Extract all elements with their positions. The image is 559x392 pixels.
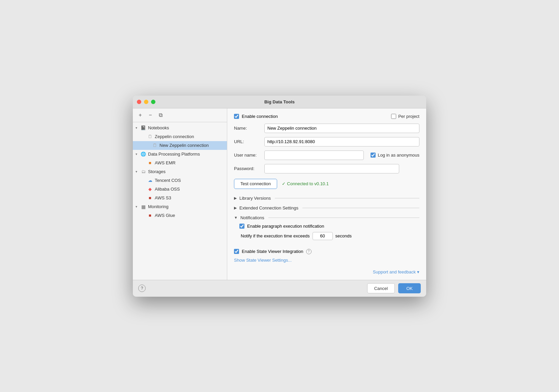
remove-button[interactable]: − <box>146 111 154 119</box>
aws-emr-icon: ■ <box>147 160 153 166</box>
new-zeppelin-icon: 🗒 <box>152 142 158 149</box>
alibaba-icon: ◆ <box>147 186 153 192</box>
name-row: Name: <box>234 124 419 133</box>
username-row: User name: Log in as anonymous <box>234 151 419 160</box>
tencent-icon: ☁ <box>147 177 153 184</box>
extended-chevron-icon[interactable]: ▶ <box>234 206 237 210</box>
state-viewer-help-icon[interactable]: ? <box>306 249 312 254</box>
support-feedback-link[interactable]: Support and feedback ▾ <box>373 269 419 274</box>
sidebar-item-zeppelin-connection[interactable]: 🗒 Zeppelin connection <box>133 132 227 141</box>
monitoring-icon: ▦ <box>140 204 146 210</box>
data-processing-icon: 🌐 <box>140 151 146 157</box>
sidebar-item-label: New Zeppelin connection <box>159 143 209 148</box>
password-label: Password: <box>234 166 264 171</box>
extended-connection-section: ▶ Extended Connection Settings <box>234 205 419 210</box>
show-state-viewer-link[interactable]: Show State Viewer Settings... <box>234 258 419 263</box>
name-label: Name: <box>234 126 264 131</box>
zeppelin-icon: 🗒 <box>147 134 153 140</box>
window-title: Big Data Tools <box>264 99 295 104</box>
state-viewer-row: Enable State Viewer Integration ? <box>234 249 419 254</box>
aws-glue-icon: ■ <box>147 213 153 219</box>
library-versions-label: Library Versions <box>239 196 271 201</box>
anon-label: Log in as anonymous <box>371 153 419 158</box>
sidebar-item-aws-glue[interactable]: ■ AWS Glue <box>133 211 227 220</box>
password-input[interactable] <box>264 164 399 173</box>
sidebar-item-notebooks[interactable]: ▾ 📓 Notebooks <box>133 124 227 132</box>
footer-right: Cancel OK <box>367 283 421 293</box>
test-connection-button[interactable]: Test connection <box>234 179 277 189</box>
sidebar-item-monitoring[interactable]: ▾ ▦ Monitoring <box>133 202 227 211</box>
sidebar-item-label: Tencent COS <box>155 178 181 183</box>
sidebar-item-label: Storages <box>148 169 166 174</box>
sidebar-item-alibaba[interactable]: ◆ Alibaba OSS <box>133 185 227 194</box>
titlebar: Big Data Tools <box>133 96 426 108</box>
sidebar-item-storages[interactable]: ▾ 🗂 Storages <box>133 167 227 176</box>
anon-checkbox[interactable] <box>371 153 376 158</box>
sidebar-toolbar: + − ⧉ <box>133 108 227 122</box>
chevron-icon: ▾ <box>136 205 140 208</box>
enable-paragraph-row: Enable paragraph execution notification <box>239 224 419 229</box>
enable-left: Enable connection <box>234 114 278 119</box>
ok-button[interactable]: OK <box>398 283 421 293</box>
sidebar-item-label: AWS Glue <box>155 213 175 218</box>
notify-time-label: Notify if the execution time exceeds <box>241 233 310 238</box>
per-project-label: Per project <box>398 114 419 119</box>
sidebar-item-label: Notebooks <box>148 125 169 130</box>
url-input[interactable] <box>264 137 419 146</box>
notifications-label: Notifications <box>240 215 264 220</box>
copy-button[interactable]: ⧉ <box>156 111 165 119</box>
support-feedback-arrow-icon: ▾ <box>417 269 419 274</box>
notifications-chevron-icon[interactable]: ▼ <box>234 216 238 220</box>
username-input[interactable] <box>264 151 364 160</box>
library-chevron-icon[interactable]: ▶ <box>234 196 237 200</box>
sidebar: + − ⧉ ▾ 📓 Notebooks 🗒 Zeppelin connectio… <box>133 108 227 280</box>
sidebar-item-label: AWS EMR <box>155 160 176 165</box>
name-input[interactable] <box>264 124 419 133</box>
url-row: URL: <box>234 137 419 146</box>
storages-icon: 🗂 <box>140 169 146 175</box>
enable-connection-label: Enable connection <box>242 114 278 119</box>
support-feedback-label: Support and feedback <box>373 269 416 274</box>
notify-time-input[interactable] <box>313 232 333 240</box>
footer-left: ? <box>138 285 146 292</box>
state-viewer-label: Enable State Viewer Integration <box>242 249 303 254</box>
url-label: URL: <box>234 139 264 144</box>
sidebar-item-label: Monitoring <box>148 204 169 209</box>
minimize-button[interactable] <box>144 100 148 104</box>
enable-paragraph-checkbox[interactable] <box>239 224 244 229</box>
sidebar-item-tencent[interactable]: ☁ Tencent COS <box>133 176 227 185</box>
sidebar-item-data-processing[interactable]: ▾ 🌐 Data Processing Platforms <box>133 150 227 159</box>
notify-seconds-label: seconds <box>335 233 352 238</box>
main-panel: Enable connection Per project Name: URL:… <box>227 108 426 280</box>
notifications-content: Enable paragraph execution notification … <box>234 224 419 240</box>
notifications-header: ▼ Notifications <box>234 215 419 220</box>
test-connection-row: Test connection ✓Connected to v0.10.1 <box>234 179 419 189</box>
password-row: Password: <box>234 164 419 173</box>
notifications-divider-line <box>268 218 419 218</box>
sidebar-item-new-zeppelin-connection[interactable]: 🗒 New Zeppelin connection <box>133 141 227 150</box>
notify-time-row: Notify if the execution time exceeds sec… <box>239 232 419 240</box>
chevron-icon: ▾ <box>136 152 140 156</box>
enable-paragraph-label: Enable paragraph execution notification <box>247 224 324 229</box>
cancel-button[interactable]: Cancel <box>367 283 395 293</box>
chevron-icon: ▾ <box>136 170 140 173</box>
per-project-checkbox[interactable] <box>391 114 396 119</box>
content-area: + − ⧉ ▾ 📓 Notebooks 🗒 Zeppelin connectio… <box>133 108 426 280</box>
sidebar-item-label: Data Processing Platforms <box>148 152 200 157</box>
anon-text: Log in as anonymous <box>378 153 419 158</box>
footer: ? Cancel OK <box>133 280 426 297</box>
aws-s3-icon: ■ <box>147 195 153 201</box>
sidebar-item-aws-s3[interactable]: ■ AWS S3 <box>133 194 227 202</box>
help-button[interactable]: ? <box>138 285 146 292</box>
sidebar-item-label: AWS S3 <box>155 195 171 200</box>
chevron-icon: ▾ <box>136 126 140 130</box>
enable-right: Per project <box>391 114 419 119</box>
sidebar-item-aws-emr[interactable]: ■ AWS EMR <box>133 159 227 167</box>
maximize-button[interactable] <box>151 100 155 104</box>
add-button[interactable]: + <box>136 111 144 119</box>
enable-connection-checkbox[interactable] <box>234 114 239 119</box>
state-viewer-checkbox[interactable] <box>234 249 239 254</box>
support-row: Support and feedback ▾ <box>234 267 419 274</box>
connected-status: ✓Connected to v0.10.1 <box>282 181 329 186</box>
close-button[interactable] <box>137 100 141 104</box>
